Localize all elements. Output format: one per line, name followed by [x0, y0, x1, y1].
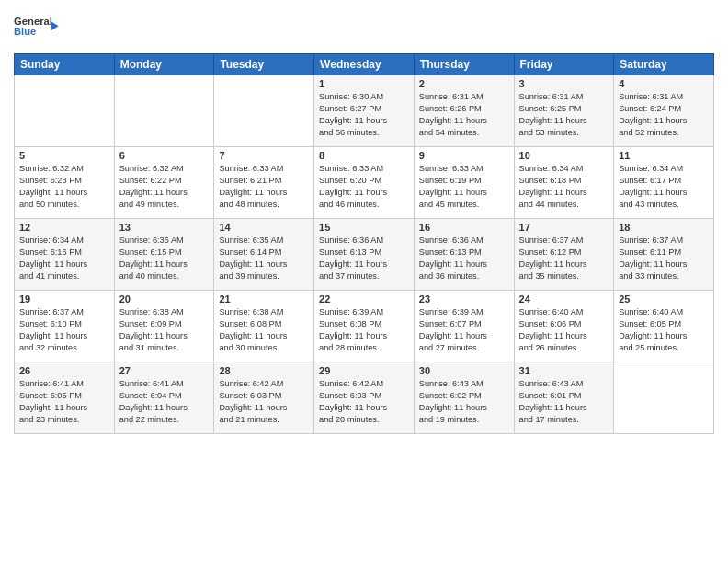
day-number: 16 — [419, 222, 509, 233]
day-number: 30 — [419, 365, 509, 376]
day-number: 22 — [319, 293, 409, 304]
col-friday: Friday — [514, 54, 614, 75]
day-number: 24 — [519, 293, 609, 304]
table-row: 12Sunrise: 6:34 AMSunset: 6:16 PMDayligh… — [15, 219, 115, 291]
table-row: 13Sunrise: 6:35 AMSunset: 6:15 PMDayligh… — [114, 219, 214, 291]
day-number: 28 — [219, 365, 309, 376]
header: GeneralBlue — [14, 9, 714, 46]
col-sunday: Sunday — [15, 54, 115, 75]
calendar-week-2: 12Sunrise: 6:34 AMSunset: 6:16 PMDayligh… — [15, 219, 714, 291]
table-row: 24Sunrise: 6:40 AMSunset: 6:06 PMDayligh… — [514, 291, 614, 362]
day-number: 14 — [219, 222, 309, 233]
svg-marker-2 — [51, 21, 59, 30]
cell-info: Sunrise: 6:31 AMSunset: 6:25 PMDaylight:… — [519, 91, 609, 139]
table-row: 19Sunrise: 6:37 AMSunset: 6:10 PMDayligh… — [15, 291, 115, 362]
cell-info: Sunrise: 6:34 AMSunset: 6:16 PMDaylight:… — [19, 235, 109, 282]
cell-info: Sunrise: 6:37 AMSunset: 6:11 PMDaylight:… — [619, 235, 709, 282]
cell-info: Sunrise: 6:31 AMSunset: 6:26 PMDaylight:… — [419, 91, 509, 139]
table-row: 4Sunrise: 6:31 AMSunset: 6:24 PMDaylight… — [614, 75, 714, 147]
day-number: 3 — [519, 78, 609, 89]
cell-info: Sunrise: 6:31 AMSunset: 6:24 PMDaylight:… — [619, 91, 709, 139]
table-row: 27Sunrise: 6:41 AMSunset: 6:04 PMDayligh… — [114, 362, 214, 434]
day-number: 23 — [419, 293, 509, 304]
day-number: 27 — [119, 365, 210, 376]
table-row: 3Sunrise: 6:31 AMSunset: 6:25 PMDaylight… — [514, 75, 614, 147]
cell-info: Sunrise: 6:42 AMSunset: 6:03 PMDaylight:… — [319, 378, 409, 426]
day-number: 12 — [19, 222, 109, 233]
table-row: 9Sunrise: 6:33 AMSunset: 6:19 PMDaylight… — [414, 147, 514, 219]
logo: GeneralBlue — [14, 9, 60, 46]
col-monday: Monday — [114, 54, 214, 75]
table-row: 1Sunrise: 6:30 AMSunset: 6:27 PMDaylight… — [314, 75, 415, 147]
day-number: 26 — [19, 365, 109, 376]
day-number: 18 — [619, 222, 709, 233]
table-row: 16Sunrise: 6:36 AMSunset: 6:13 PMDayligh… — [414, 219, 514, 291]
cell-info: Sunrise: 6:34 AMSunset: 6:18 PMDaylight:… — [519, 163, 609, 211]
table-row: 31Sunrise: 6:43 AMSunset: 6:01 PMDayligh… — [514, 362, 614, 434]
col-tuesday: Tuesday — [214, 54, 314, 75]
table-row: 17Sunrise: 6:37 AMSunset: 6:12 PMDayligh… — [514, 219, 614, 291]
cell-info: Sunrise: 6:36 AMSunset: 6:13 PMDaylight:… — [419, 235, 509, 282]
calendar-week-0: 1Sunrise: 6:30 AMSunset: 6:27 PMDaylight… — [15, 75, 714, 147]
cell-info: Sunrise: 6:30 AMSunset: 6:27 PMDaylight:… — [319, 91, 409, 139]
table-row — [15, 75, 115, 147]
day-number: 9 — [419, 150, 509, 161]
logo-svg: GeneralBlue — [14, 9, 60, 46]
table-row: 30Sunrise: 6:43 AMSunset: 6:02 PMDayligh… — [414, 362, 514, 434]
table-row: 6Sunrise: 6:32 AMSunset: 6:22 PMDaylight… — [114, 147, 214, 219]
table-row: 21Sunrise: 6:38 AMSunset: 6:08 PMDayligh… — [214, 291, 314, 362]
cell-info: Sunrise: 6:39 AMSunset: 6:07 PMDaylight:… — [419, 306, 509, 354]
day-number: 6 — [119, 150, 210, 161]
svg-text:General: General — [14, 16, 52, 27]
cell-info: Sunrise: 6:41 AMSunset: 6:05 PMDaylight:… — [19, 378, 109, 426]
table-row: 23Sunrise: 6:39 AMSunset: 6:07 PMDayligh… — [414, 291, 514, 362]
cell-info: Sunrise: 6:33 AMSunset: 6:19 PMDaylight:… — [419, 163, 509, 211]
cell-info: Sunrise: 6:37 AMSunset: 6:12 PMDaylight:… — [519, 235, 609, 282]
day-number: 21 — [219, 293, 309, 304]
table-row: 10Sunrise: 6:34 AMSunset: 6:18 PMDayligh… — [514, 147, 614, 219]
day-number: 20 — [119, 293, 210, 304]
table-row — [114, 75, 214, 147]
calendar-header-row: Sunday Monday Tuesday Wednesday Thursday… — [15, 54, 714, 75]
cell-info: Sunrise: 6:38 AMSunset: 6:09 PMDaylight:… — [119, 306, 210, 354]
table-row: 15Sunrise: 6:36 AMSunset: 6:13 PMDayligh… — [314, 219, 415, 291]
cell-info: Sunrise: 6:39 AMSunset: 6:08 PMDaylight:… — [319, 306, 409, 354]
day-number: 19 — [19, 293, 109, 304]
table-row: 7Sunrise: 6:33 AMSunset: 6:21 PMDaylight… — [214, 147, 314, 219]
calendar-week-1: 5Sunrise: 6:32 AMSunset: 6:23 PMDaylight… — [15, 147, 714, 219]
table-row — [614, 362, 714, 434]
calendar-week-4: 26Sunrise: 6:41 AMSunset: 6:05 PMDayligh… — [15, 362, 714, 434]
svg-text:Blue: Blue — [14, 26, 36, 37]
cell-info: Sunrise: 6:33 AMSunset: 6:21 PMDaylight:… — [219, 163, 309, 211]
cell-info: Sunrise: 6:34 AMSunset: 6:17 PMDaylight:… — [619, 163, 709, 211]
cell-info: Sunrise: 6:32 AMSunset: 6:23 PMDaylight:… — [19, 163, 109, 211]
cell-info: Sunrise: 6:43 AMSunset: 6:01 PMDaylight:… — [519, 378, 609, 426]
day-number: 13 — [119, 222, 210, 233]
day-number: 25 — [619, 293, 709, 304]
table-row: 2Sunrise: 6:31 AMSunset: 6:26 PMDaylight… — [414, 75, 514, 147]
cell-info: Sunrise: 6:32 AMSunset: 6:22 PMDaylight:… — [119, 163, 210, 211]
cell-info: Sunrise: 6:36 AMSunset: 6:13 PMDaylight:… — [319, 235, 409, 282]
cell-info: Sunrise: 6:41 AMSunset: 6:04 PMDaylight:… — [119, 378, 210, 426]
cell-info: Sunrise: 6:35 AMSunset: 6:14 PMDaylight:… — [219, 235, 309, 282]
cell-info: Sunrise: 6:40 AMSunset: 6:06 PMDaylight:… — [519, 306, 609, 354]
table-row: 22Sunrise: 6:39 AMSunset: 6:08 PMDayligh… — [314, 291, 415, 362]
day-number: 10 — [519, 150, 609, 161]
table-row: 26Sunrise: 6:41 AMSunset: 6:05 PMDayligh… — [15, 362, 115, 434]
day-number: 1 — [319, 78, 409, 89]
cell-info: Sunrise: 6:38 AMSunset: 6:08 PMDaylight:… — [219, 306, 309, 354]
table-row: 25Sunrise: 6:40 AMSunset: 6:05 PMDayligh… — [614, 291, 714, 362]
table-row: 18Sunrise: 6:37 AMSunset: 6:11 PMDayligh… — [614, 219, 714, 291]
day-number: 5 — [19, 150, 109, 161]
day-number: 17 — [519, 222, 609, 233]
cell-info: Sunrise: 6:40 AMSunset: 6:05 PMDaylight:… — [619, 306, 709, 354]
col-saturday: Saturday — [614, 54, 714, 75]
table-row: 28Sunrise: 6:42 AMSunset: 6:03 PMDayligh… — [214, 362, 314, 434]
day-number: 4 — [619, 78, 709, 89]
cell-info: Sunrise: 6:37 AMSunset: 6:10 PMDaylight:… — [19, 306, 109, 354]
col-thursday: Thursday — [414, 54, 514, 75]
cell-info: Sunrise: 6:42 AMSunset: 6:03 PMDaylight:… — [219, 378, 309, 426]
cell-info: Sunrise: 6:33 AMSunset: 6:20 PMDaylight:… — [319, 163, 409, 211]
day-number: 2 — [419, 78, 509, 89]
table-row: 29Sunrise: 6:42 AMSunset: 6:03 PMDayligh… — [314, 362, 415, 434]
